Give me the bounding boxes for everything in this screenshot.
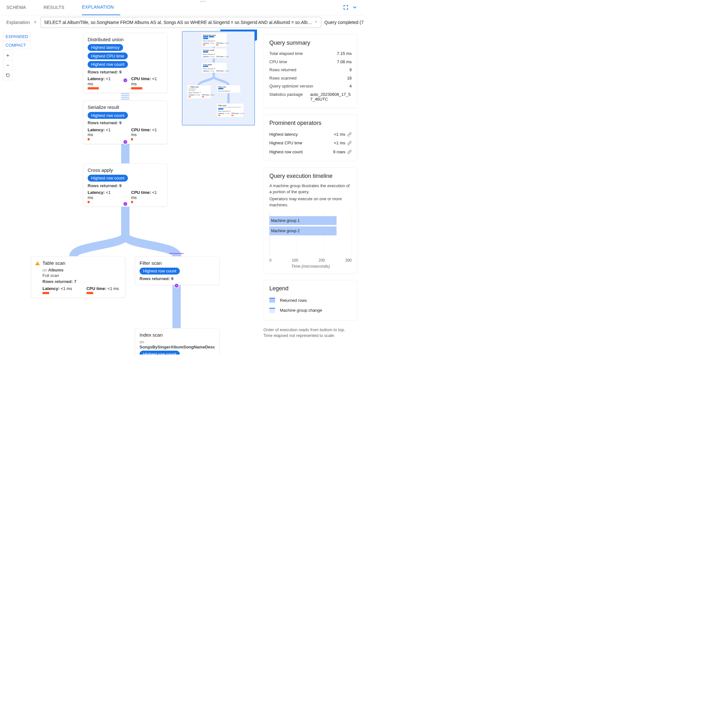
node-distributed-union[interactable]: Distributed union Highest latency Highes… <box>83 33 168 93</box>
legend-card: Legend Returned rows Machine group chang… <box>263 280 357 320</box>
node-index-scan[interactable]: Index scan on SongsBySingerAlbumSongName… <box>135 328 220 355</box>
legend-row-change: Machine group change <box>270 305 352 315</box>
query-text: SELECT al.AlbumTitle, so.SongName FROM A… <box>44 20 312 25</box>
summary-value: 7.15 ms <box>337 51 352 56</box>
divider-bar <box>169 253 184 254</box>
latency-label: Latency: <box>42 286 59 291</box>
drag-handle-icon[interactable] <box>200 1 206 2</box>
warning-icon <box>35 261 40 266</box>
node-title: Cross apply <box>88 167 163 173</box>
rows-returned: Rows returned: 7 <box>42 279 76 284</box>
link-icon <box>347 141 352 145</box>
on-label: on <box>140 340 144 344</box>
query-header: Explanation SELECT al.AlbumTitle, so.Son… <box>0 15 364 30</box>
latency-label: Latency: <box>88 190 105 195</box>
prominent-value: <1 ms <box>334 140 346 146</box>
expand-badge-icon[interactable] <box>123 201 128 207</box>
pill-highest-rows: Highest row count <box>140 268 180 275</box>
chevron-right-icon <box>33 20 37 25</box>
prominent-rows-row[interactable]: Highest row count 9 rows <box>270 147 352 156</box>
rows-returned: Rows returned: 9 <box>88 120 122 125</box>
summary-value: 16 <box>347 76 352 81</box>
cpu-label: CPU time: <box>86 286 107 291</box>
legend-label: Machine group change <box>280 308 322 313</box>
cpu-bar <box>131 87 142 89</box>
node-table-scan[interactable]: Table scan on Albums Full scan Rows retu… <box>31 257 125 298</box>
summary-value: 7.08 ms <box>337 60 352 64</box>
query-status: Query completed (7.15 ms elapsed) <box>324 20 364 25</box>
prominent-operators-card: Prominent operators Highest latency <1 m… <box>263 115 357 161</box>
timeline-card: Query execution timeline A machine group… <box>263 168 357 274</box>
legend-swatch-dashed-icon <box>270 308 275 313</box>
minimap[interactable]: Distributed union Rows returned: 9 Laten… <box>182 31 255 125</box>
tab-explanation[interactable]: EXPLANATION <box>82 0 120 15</box>
node-serialize-result[interactable]: Serialize result Highest row count Rows … <box>83 101 168 144</box>
latency-bar <box>88 138 90 140</box>
node-cross-apply[interactable]: Cross apply Highest row count Rows retur… <box>83 163 168 207</box>
footer-note: Order of execution reads from bottom to … <box>263 327 364 339</box>
on-target: SongsBySingerAlbumSongNameDesc <box>140 344 215 349</box>
pill-highest-rows: Highest row count <box>88 61 128 68</box>
chevron-down-icon[interactable] <box>352 4 357 11</box>
link-icon <box>347 132 352 136</box>
connector <box>121 142 130 164</box>
timeline-heading: Query execution timeline <box>270 172 352 179</box>
query-summary-card: Query summary Total elapsed time7.15 ms … <box>263 35 357 109</box>
summary-value: auto_20230608_17_57_46UTC <box>310 92 352 102</box>
plan-canvas[interactable]: EXPANDED COMPACT + − <box>0 30 263 355</box>
pill-highest-rows: Highest row count <box>140 351 180 354</box>
fullscreen-icon[interactable] <box>343 4 349 11</box>
cpu-label: CPU time: <box>131 190 151 195</box>
cpu-bar <box>131 138 133 140</box>
query-selector[interactable]: SELECT al.AlbumTitle, so.SongName FROM A… <box>41 17 321 28</box>
prominent-key: Highest CPU time <box>270 140 302 146</box>
legend-label: Returned rows <box>280 298 307 303</box>
timeline-axis: 0100200300 <box>270 258 352 262</box>
summary-heading: Query summary <box>270 39 352 46</box>
breadcrumb: Explanation <box>6 20 30 25</box>
timeline-bar-2[interactable]: Machine group 2 <box>270 226 337 235</box>
prominent-key: Highest latency <box>270 132 298 137</box>
prominent-value: <1 ms <box>334 132 346 137</box>
prominent-key: Highest row count <box>270 149 303 155</box>
cpu-bar <box>131 201 133 203</box>
latency-bar <box>88 87 99 89</box>
rows-returned: Rows returned: 9 <box>88 70 122 74</box>
node-filter-scan[interactable]: Filter scan Highest row count Rows retur… <box>135 257 220 285</box>
top-tabs: SCHEMA RESULTS EXPLANATION <box>0 0 364 15</box>
latency-value: <1 ms <box>59 286 72 291</box>
latency-label: Latency: <box>88 76 105 81</box>
prominent-value: 9 rows <box>333 149 345 155</box>
latency-bar <box>42 292 49 294</box>
legend-heading: Legend <box>270 285 352 292</box>
timeline-desc: A machine group illustrates the executio… <box>270 183 352 195</box>
expand-badge-icon[interactable] <box>123 140 128 145</box>
pill-highest-rows: Highest row count <box>88 112 128 119</box>
on-target: Albums <box>48 268 64 273</box>
tab-schema[interactable]: SCHEMA <box>6 0 32 15</box>
pill-highest-rows: Highest row count <box>88 175 128 182</box>
expand-badge-icon[interactable] <box>123 78 128 83</box>
node-title: Distributed union <box>88 37 163 42</box>
timeline-xlabel: Time (microseconds) <box>270 264 352 269</box>
node-title: Table scan <box>42 260 121 266</box>
legend-swatch-solid-icon <box>270 298 275 303</box>
cpu-label: CPU time: <box>131 76 151 81</box>
summary-key: CPU time <box>270 60 287 64</box>
cpu-bar <box>86 292 93 294</box>
prominent-heading: Prominent operators <box>270 120 352 127</box>
legend-row-rows: Returned rows <box>270 295 352 305</box>
prominent-latency-row[interactable]: Highest latency <1 ms <box>270 130 352 139</box>
on-label: on <box>42 268 48 273</box>
latency-label: Latency: <box>88 127 105 132</box>
timeline-bar-1[interactable]: Machine group 1 <box>270 216 337 225</box>
tab-results[interactable]: RESULTS <box>44 0 70 15</box>
prominent-cpu-row[interactable]: Highest CPU time <1 ms <box>270 139 352 147</box>
pill-highest-latency: Highest latency <box>88 44 123 51</box>
summary-key: Statistics package <box>270 92 303 102</box>
node-title: Filter scan <box>140 260 215 266</box>
timeline-chart: Machine group 1 Machine group 2 01002003… <box>270 211 352 268</box>
summary-key: Rows returned <box>270 67 297 73</box>
dropdown-caret-icon <box>314 20 318 25</box>
expand-badge-icon[interactable] <box>174 283 179 288</box>
